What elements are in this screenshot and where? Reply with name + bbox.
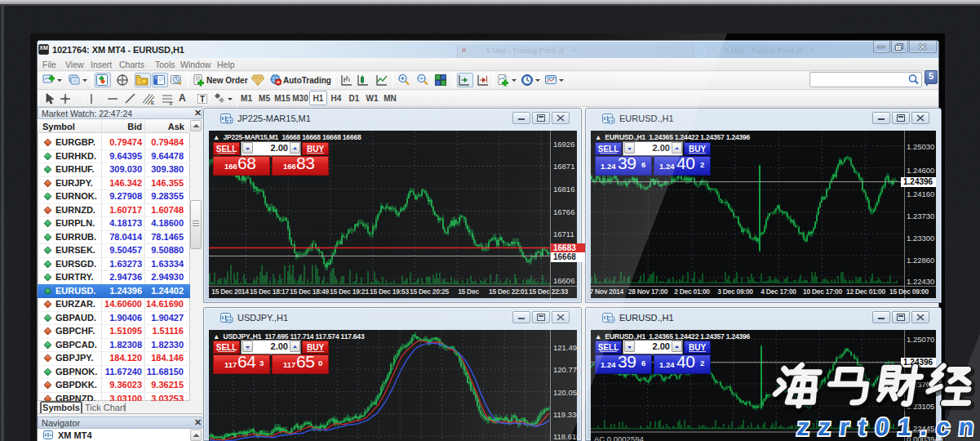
svg-text:zzrt01.cn: zzrt01.cn [796, 413, 980, 440]
